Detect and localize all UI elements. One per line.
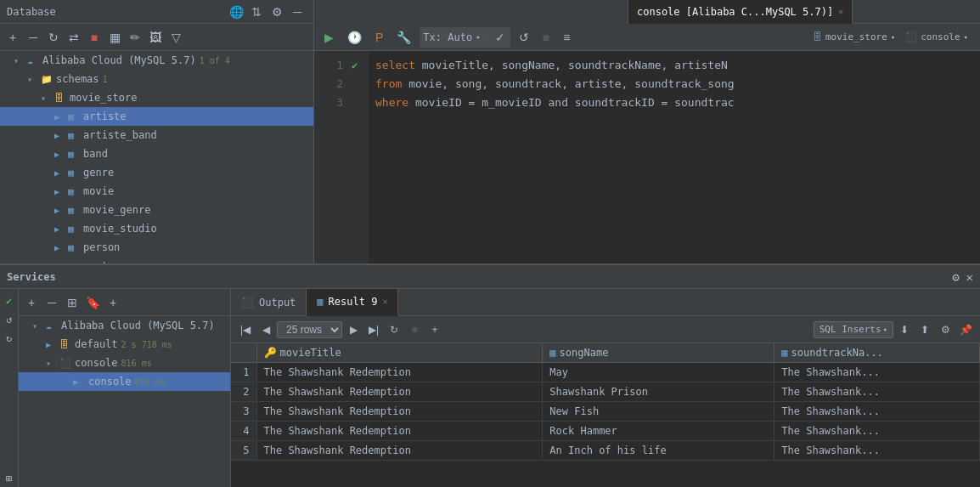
wrench-button[interactable]: 🔧 xyxy=(391,27,416,48)
globe-icon-btn[interactable]: 🌐 xyxy=(227,3,245,21)
bottom-content: ✔ ↺ ↻ ⊞ + ─ ⊞ 🔖 + ▾ ☁ Alibaba Cloud (M xyxy=(0,289,980,487)
bookmark-icon-btn[interactable]: 🔖 xyxy=(83,293,102,312)
code-editor[interactable]: 1 2 3 ✔ select movieTitle, songName, sou… xyxy=(314,51,980,263)
console-indicator: ⬛ console ▾ xyxy=(905,31,968,42)
filter-icon-btn[interactable]: ▽ xyxy=(166,28,185,47)
add-icon-btn[interactable]: + xyxy=(3,28,22,47)
table-person-label: person xyxy=(83,241,120,253)
next-page-btn[interactable]: ▶ xyxy=(344,320,363,339)
stop-icon-btn[interactable]: ■ xyxy=(85,28,104,47)
tree-item-person[interactable]: ▶ ▦ person xyxy=(0,238,313,257)
remove-icon-btn[interactable]: ─ xyxy=(24,28,42,47)
cell-soundtrack-name: The Shawshank... xyxy=(774,422,980,441)
line-numbers: 1 2 3 xyxy=(314,51,348,263)
chevron-down-icon: ▾ xyxy=(891,33,895,42)
tree-item-poster[interactable]: ▶ ▦ poster xyxy=(0,257,313,263)
services-tree-console-sub[interactable]: ▶ console 816 ms xyxy=(19,372,230,391)
tx-selector[interactable]: Tx: Auto ▾ | ✓ xyxy=(420,27,510,48)
gear-icon[interactable]: ⚙ xyxy=(952,270,959,284)
table-icon: ▦ xyxy=(68,205,83,216)
col-header-movie-title[interactable]: 🔑movieTitle xyxy=(256,343,543,363)
edit-icon-btn[interactable]: ✏ xyxy=(126,28,144,47)
sync-icon-btn[interactable]: ⇄ xyxy=(65,28,83,47)
add2-icon-btn[interactable]: + xyxy=(104,293,122,312)
tree-item-movie-genre[interactable]: ▶ ▦ movie_genre xyxy=(0,201,313,219)
col-header-song-name[interactable]: ▦songName xyxy=(543,343,774,363)
close-icon[interactable]: ✕ xyxy=(966,270,973,284)
table-row[interactable]: 5 The Shawshank Redemption An Inch of hi… xyxy=(231,441,980,461)
editor-tab-console[interactable]: console [Alibaba C...MySQL 5.7)] ✕ xyxy=(628,0,853,24)
services-tree-default[interactable]: ▶ 🗄 default 2 s 718 ms xyxy=(19,335,230,354)
add-icon-btn[interactable]: + xyxy=(22,293,41,312)
code-content[interactable]: select movieTitle, songName, soundtrackN… xyxy=(369,51,980,263)
undo-icon[interactable]: ↺ xyxy=(1,311,18,328)
cell-soundtrack-name: The Shawshank... xyxy=(774,441,980,461)
database-title: Database xyxy=(7,6,56,18)
redo-icon[interactable]: ↻ xyxy=(1,330,18,347)
run-button[interactable]: ▶ xyxy=(319,27,339,48)
cloud-icon: ☁ xyxy=(27,55,42,66)
table-row[interactable]: 3 The Shawshank Redemption New Fish The … xyxy=(231,402,980,422)
tree-item-schemas[interactable]: ▾ 📁 schemas 1 xyxy=(0,70,313,88)
tab-label: console [Alibaba C...MySQL 5.7)] xyxy=(637,6,833,18)
tree-item-movie-studio[interactable]: ▶ ▦ movie_studio xyxy=(0,219,313,238)
tab-result-icon: ▦ xyxy=(317,296,323,308)
undo-button[interactable]: ↺ xyxy=(514,27,534,48)
tab-result[interactable]: ▦ Result 9 ✕ xyxy=(307,289,398,316)
services-tree-console[interactable]: ▾ ⬛ console 816 ms xyxy=(19,354,230,372)
image-icon-btn[interactable]: 🖼 xyxy=(146,28,165,47)
last-page-btn[interactable]: ▶| xyxy=(364,320,383,339)
services-toolbar: + ─ ⊞ 🔖 + xyxy=(19,289,230,316)
prev-page-btn[interactable]: ◀ xyxy=(256,320,275,339)
tree-item-artiste-band[interactable]: ▶ ▦ artiste_band xyxy=(0,126,313,144)
pin-btn[interactable]: 📌 xyxy=(956,320,975,339)
tab-output[interactable]: ⬛ Output xyxy=(231,289,307,316)
tree-item-artiste[interactable]: ▶ ▦ artiste xyxy=(0,107,313,126)
stop-btn[interactable]: ■ xyxy=(405,320,424,339)
results-panel: ⬛ Output ▦ Result 9 ✕ |◀ ◀ 25 rows ▶ ▶| … xyxy=(231,289,980,487)
remove-icon-btn[interactable]: ─ xyxy=(42,293,61,312)
history-button[interactable]: 🕐 xyxy=(342,27,367,48)
chevron-down-icon: ▾ xyxy=(46,359,59,368)
import-btn[interactable]: ⬆ xyxy=(915,320,934,339)
folder-icon: 📁 xyxy=(41,74,56,85)
split-icon-btn[interactable]: ⇅ xyxy=(247,3,266,21)
tree-item-alibaba[interactable]: ▾ ☁ Alibaba Cloud (MySQL 5.7) 1 of 4 xyxy=(0,51,313,70)
chevron-down-icon: ▾ xyxy=(41,93,54,103)
tree-item-movie-store[interactable]: ▾ 🗄 movie_store xyxy=(0,88,313,107)
close-icon[interactable]: ✕ xyxy=(382,297,387,306)
services-tree-alibaba[interactable]: ▾ ☁ Alibaba Cloud (MySQL 5.7) xyxy=(19,316,230,335)
sql-inserts-btn[interactable]: SQL Inserts ▾ xyxy=(814,321,893,338)
chevron-down-icon: ▾ xyxy=(964,33,968,42)
table-icon-btn[interactable]: ▦ xyxy=(105,28,124,47)
tree-item-genre[interactable]: ▶ ▦ genre xyxy=(0,163,313,182)
close-icon[interactable]: ✕ xyxy=(838,7,843,16)
table-artiste-label: artiste xyxy=(83,110,127,122)
code-line-3: where movieID = m_movieID and soundtrack… xyxy=(375,93,980,112)
editor-panel: console [Alibaba C...MySQL 5.7)] ✕ ▶ 🕐 P… xyxy=(314,0,980,263)
chevron-right-icon: ▶ xyxy=(54,187,68,196)
stop-button[interactable]: ■ xyxy=(538,27,555,48)
export-btn[interactable]: ⬇ xyxy=(895,320,914,339)
refresh-btn[interactable]: ↻ xyxy=(385,320,403,339)
tx-check-btn[interactable]: ✓ xyxy=(493,29,507,46)
pin-button[interactable]: P xyxy=(370,27,388,48)
settings-btn[interactable]: ⚙ xyxy=(936,320,955,339)
table-row[interactable]: 1 The Shawshank Redemption May The Shaws… xyxy=(231,363,980,382)
tree-item-band[interactable]: ▶ ▦ band xyxy=(0,144,313,163)
cell-movie-title: The Shawshank Redemption xyxy=(256,402,543,422)
first-page-btn[interactable]: |◀ xyxy=(236,320,255,339)
rows-selector[interactable]: 25 rows xyxy=(277,321,342,338)
col-header-soundtrack-name[interactable]: ▦soundtrackNa... xyxy=(774,343,980,363)
format-button[interactable]: ≡ xyxy=(558,27,575,48)
services-default-time: 2 s 718 ms xyxy=(121,340,172,349)
add-row-btn[interactable]: + xyxy=(425,320,444,339)
refresh-icon-btn[interactable]: ↻ xyxy=(44,28,63,47)
group-icon-btn[interactable]: ⊞ xyxy=(63,293,82,312)
gear-icon-btn[interactable]: ⚙ xyxy=(268,3,286,21)
tree-item-movie[interactable]: ▶ ▦ movie xyxy=(0,182,313,201)
results-table: 🔑movieTitle ▦songName ▦soundtrackNa... 1 xyxy=(231,343,980,461)
table-row[interactable]: 4 The Shawshank Redemption Rock Hammer T… xyxy=(231,422,980,441)
minimize-icon-btn[interactable]: ─ xyxy=(288,3,307,21)
table-row[interactable]: 2 The Shawshank Redemption Shawshank Pri… xyxy=(231,382,980,402)
